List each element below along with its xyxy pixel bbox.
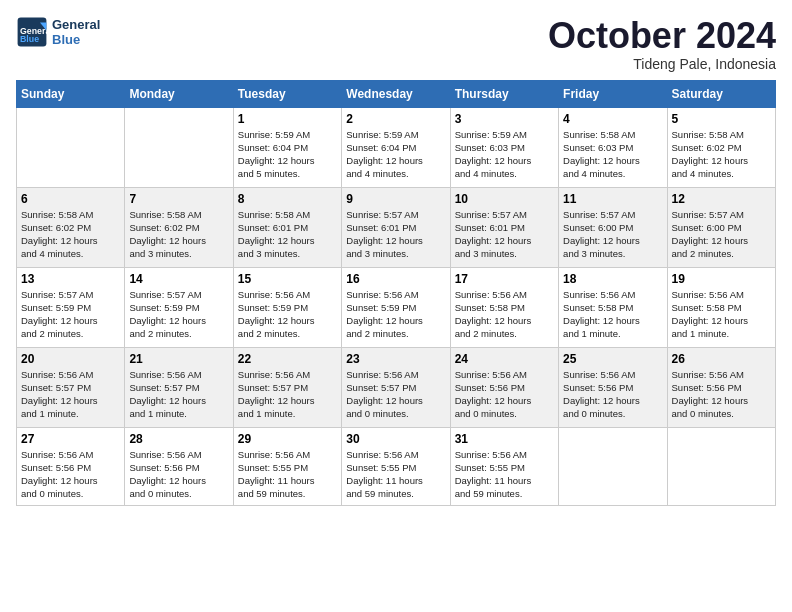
calendar-cell: 14Sunrise: 5:57 AM Sunset: 5:59 PM Dayli… xyxy=(125,267,233,347)
weekday-header-friday: Friday xyxy=(559,80,667,107)
logo: General Blue GeneralBlue xyxy=(16,16,100,48)
day-number: 17 xyxy=(455,272,554,286)
day-info: Sunrise: 5:56 AM Sunset: 5:56 PM Dayligh… xyxy=(563,368,662,421)
day-number: 28 xyxy=(129,432,228,446)
calendar-cell: 2Sunrise: 5:59 AM Sunset: 6:04 PM Daylig… xyxy=(342,107,450,187)
day-number: 5 xyxy=(672,112,771,126)
calendar-cell: 9Sunrise: 5:57 AM Sunset: 6:01 PM Daylig… xyxy=(342,187,450,267)
calendar-cell: 31Sunrise: 5:56 AM Sunset: 5:55 PM Dayli… xyxy=(450,427,558,505)
day-info: Sunrise: 5:57 AM Sunset: 6:01 PM Dayligh… xyxy=(455,208,554,261)
month-title: October 2024 xyxy=(548,16,776,56)
day-number: 1 xyxy=(238,112,337,126)
day-info: Sunrise: 5:56 AM Sunset: 5:59 PM Dayligh… xyxy=(346,288,445,341)
calendar-cell xyxy=(17,107,125,187)
day-number: 10 xyxy=(455,192,554,206)
weekday-header-wednesday: Wednesday xyxy=(342,80,450,107)
day-number: 16 xyxy=(346,272,445,286)
day-info: Sunrise: 5:56 AM Sunset: 5:59 PM Dayligh… xyxy=(238,288,337,341)
day-info: Sunrise: 5:59 AM Sunset: 6:03 PM Dayligh… xyxy=(455,128,554,181)
day-info: Sunrise: 5:56 AM Sunset: 5:55 PM Dayligh… xyxy=(238,448,337,501)
day-number: 31 xyxy=(455,432,554,446)
calendar-table: SundayMondayTuesdayWednesdayThursdayFrid… xyxy=(16,80,776,506)
weekday-header-saturday: Saturday xyxy=(667,80,775,107)
day-number: 22 xyxy=(238,352,337,366)
weekday-header-thursday: Thursday xyxy=(450,80,558,107)
day-number: 11 xyxy=(563,192,662,206)
day-number: 30 xyxy=(346,432,445,446)
day-info: Sunrise: 5:58 AM Sunset: 6:02 PM Dayligh… xyxy=(21,208,120,261)
day-info: Sunrise: 5:56 AM Sunset: 5:56 PM Dayligh… xyxy=(21,448,120,501)
day-number: 6 xyxy=(21,192,120,206)
day-number: 9 xyxy=(346,192,445,206)
day-number: 18 xyxy=(563,272,662,286)
day-info: Sunrise: 5:58 AM Sunset: 6:03 PM Dayligh… xyxy=(563,128,662,181)
day-info: Sunrise: 5:59 AM Sunset: 6:04 PM Dayligh… xyxy=(238,128,337,181)
week-row-1: 1Sunrise: 5:59 AM Sunset: 6:04 PM Daylig… xyxy=(17,107,776,187)
day-info: Sunrise: 5:58 AM Sunset: 6:01 PM Dayligh… xyxy=(238,208,337,261)
calendar-cell: 15Sunrise: 5:56 AM Sunset: 5:59 PM Dayli… xyxy=(233,267,341,347)
calendar-cell: 10Sunrise: 5:57 AM Sunset: 6:01 PM Dayli… xyxy=(450,187,558,267)
weekday-header-monday: Monday xyxy=(125,80,233,107)
day-info: Sunrise: 5:57 AM Sunset: 6:01 PM Dayligh… xyxy=(346,208,445,261)
calendar-cell: 23Sunrise: 5:56 AM Sunset: 5:57 PM Dayli… xyxy=(342,347,450,427)
calendar-cell: 25Sunrise: 5:56 AM Sunset: 5:56 PM Dayli… xyxy=(559,347,667,427)
day-number: 8 xyxy=(238,192,337,206)
calendar-cell: 13Sunrise: 5:57 AM Sunset: 5:59 PM Dayli… xyxy=(17,267,125,347)
calendar-cell: 29Sunrise: 5:56 AM Sunset: 5:55 PM Dayli… xyxy=(233,427,341,505)
weekday-header-tuesday: Tuesday xyxy=(233,80,341,107)
day-info: Sunrise: 5:56 AM Sunset: 5:58 PM Dayligh… xyxy=(563,288,662,341)
calendar-cell: 26Sunrise: 5:56 AM Sunset: 5:56 PM Dayli… xyxy=(667,347,775,427)
svg-text:Blue: Blue xyxy=(20,34,39,44)
day-info: Sunrise: 5:56 AM Sunset: 5:57 PM Dayligh… xyxy=(238,368,337,421)
calendar-cell: 5Sunrise: 5:58 AM Sunset: 6:02 PM Daylig… xyxy=(667,107,775,187)
day-number: 25 xyxy=(563,352,662,366)
day-info: Sunrise: 5:56 AM Sunset: 5:57 PM Dayligh… xyxy=(129,368,228,421)
calendar-cell: 8Sunrise: 5:58 AM Sunset: 6:01 PM Daylig… xyxy=(233,187,341,267)
logo-icon: General Blue xyxy=(16,16,48,48)
week-row-2: 6Sunrise: 5:58 AM Sunset: 6:02 PM Daylig… xyxy=(17,187,776,267)
day-number: 26 xyxy=(672,352,771,366)
day-number: 19 xyxy=(672,272,771,286)
calendar-cell xyxy=(667,427,775,505)
calendar-cell: 20Sunrise: 5:56 AM Sunset: 5:57 PM Dayli… xyxy=(17,347,125,427)
day-number: 20 xyxy=(21,352,120,366)
day-info: Sunrise: 5:56 AM Sunset: 5:56 PM Dayligh… xyxy=(672,368,771,421)
day-info: Sunrise: 5:56 AM Sunset: 5:56 PM Dayligh… xyxy=(455,368,554,421)
day-number: 29 xyxy=(238,432,337,446)
day-info: Sunrise: 5:57 AM Sunset: 6:00 PM Dayligh… xyxy=(672,208,771,261)
day-info: Sunrise: 5:58 AM Sunset: 6:02 PM Dayligh… xyxy=(129,208,228,261)
calendar-cell: 12Sunrise: 5:57 AM Sunset: 6:00 PM Dayli… xyxy=(667,187,775,267)
header: General Blue GeneralBlue October 2024 Ti… xyxy=(16,16,776,72)
day-info: Sunrise: 5:57 AM Sunset: 6:00 PM Dayligh… xyxy=(563,208,662,261)
calendar-cell: 11Sunrise: 5:57 AM Sunset: 6:00 PM Dayli… xyxy=(559,187,667,267)
calendar-cell: 7Sunrise: 5:58 AM Sunset: 6:02 PM Daylig… xyxy=(125,187,233,267)
calendar-cell xyxy=(125,107,233,187)
day-number: 15 xyxy=(238,272,337,286)
calendar-cell: 17Sunrise: 5:56 AM Sunset: 5:58 PM Dayli… xyxy=(450,267,558,347)
calendar-cell: 22Sunrise: 5:56 AM Sunset: 5:57 PM Dayli… xyxy=(233,347,341,427)
calendar-cell: 1Sunrise: 5:59 AM Sunset: 6:04 PM Daylig… xyxy=(233,107,341,187)
calendar-cell: 27Sunrise: 5:56 AM Sunset: 5:56 PM Dayli… xyxy=(17,427,125,505)
day-info: Sunrise: 5:58 AM Sunset: 6:02 PM Dayligh… xyxy=(672,128,771,181)
day-number: 24 xyxy=(455,352,554,366)
day-number: 3 xyxy=(455,112,554,126)
week-row-3: 13Sunrise: 5:57 AM Sunset: 5:59 PM Dayli… xyxy=(17,267,776,347)
calendar-cell: 24Sunrise: 5:56 AM Sunset: 5:56 PM Dayli… xyxy=(450,347,558,427)
calendar-cell: 18Sunrise: 5:56 AM Sunset: 5:58 PM Dayli… xyxy=(559,267,667,347)
day-info: Sunrise: 5:56 AM Sunset: 5:58 PM Dayligh… xyxy=(455,288,554,341)
day-info: Sunrise: 5:56 AM Sunset: 5:55 PM Dayligh… xyxy=(455,448,554,501)
calendar-cell: 30Sunrise: 5:56 AM Sunset: 5:55 PM Dayli… xyxy=(342,427,450,505)
day-info: Sunrise: 5:56 AM Sunset: 5:55 PM Dayligh… xyxy=(346,448,445,501)
day-number: 14 xyxy=(129,272,228,286)
day-number: 7 xyxy=(129,192,228,206)
weekday-header-row: SundayMondayTuesdayWednesdayThursdayFrid… xyxy=(17,80,776,107)
day-info: Sunrise: 5:56 AM Sunset: 5:58 PM Dayligh… xyxy=(672,288,771,341)
day-info: Sunrise: 5:59 AM Sunset: 6:04 PM Dayligh… xyxy=(346,128,445,181)
day-number: 21 xyxy=(129,352,228,366)
calendar-cell: 16Sunrise: 5:56 AM Sunset: 5:59 PM Dayli… xyxy=(342,267,450,347)
title-area: October 2024 Tideng Pale, Indonesia xyxy=(548,16,776,72)
day-number: 4 xyxy=(563,112,662,126)
location: Tideng Pale, Indonesia xyxy=(548,56,776,72)
calendar-cell: 6Sunrise: 5:58 AM Sunset: 6:02 PM Daylig… xyxy=(17,187,125,267)
day-number: 23 xyxy=(346,352,445,366)
